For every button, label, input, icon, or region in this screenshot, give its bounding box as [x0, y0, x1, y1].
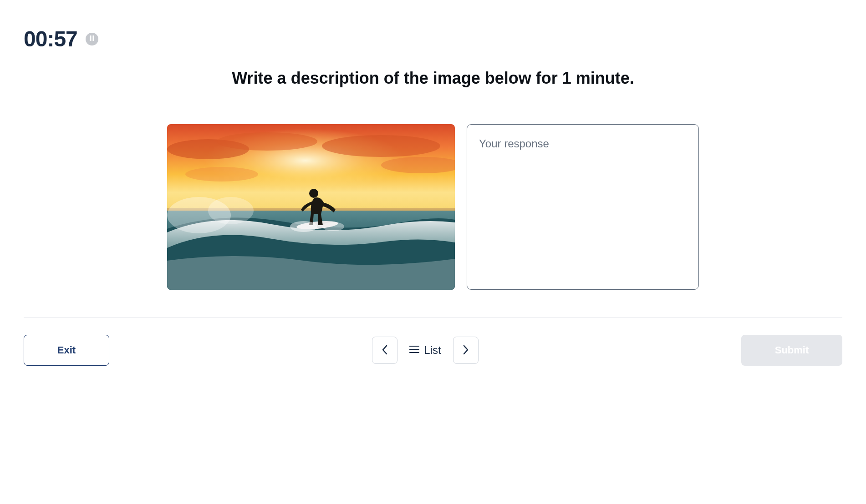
next-button[interactable] [453, 337, 479, 364]
svg-point-16 [322, 222, 344, 231]
list-label: List [424, 344, 441, 357]
svg-point-12 [208, 197, 254, 224]
pause-button[interactable] [86, 33, 98, 45]
response-textarea[interactable] [467, 124, 699, 290]
chevron-left-icon [382, 345, 388, 356]
svg-point-14 [309, 189, 318, 198]
svg-point-15 [290, 221, 317, 232]
svg-point-5 [217, 132, 317, 151]
svg-rect-1 [92, 35, 94, 41]
chevron-right-icon [463, 345, 469, 356]
svg-rect-0 [90, 35, 92, 41]
timer-display: 00:57 [24, 26, 77, 51]
content-area [0, 88, 866, 317]
previous-button[interactable] [372, 337, 397, 364]
pause-icon [90, 35, 94, 42]
submit-button[interactable]: Submit [741, 335, 842, 366]
svg-point-6 [322, 135, 440, 157]
response-panel [467, 124, 699, 290]
navigation-controls: List [372, 337, 478, 364]
header-bar: 00:57 [0, 0, 866, 51]
svg-point-8 [185, 167, 258, 181]
instruction-text: Write a description of the image below f… [0, 51, 866, 88]
prompt-image [167, 124, 455, 290]
exit-button[interactable]: Exit [24, 335, 109, 366]
list-icon [409, 345, 419, 355]
list-button[interactable]: List [406, 344, 444, 357]
footer-bar: Exit List [0, 318, 866, 383]
